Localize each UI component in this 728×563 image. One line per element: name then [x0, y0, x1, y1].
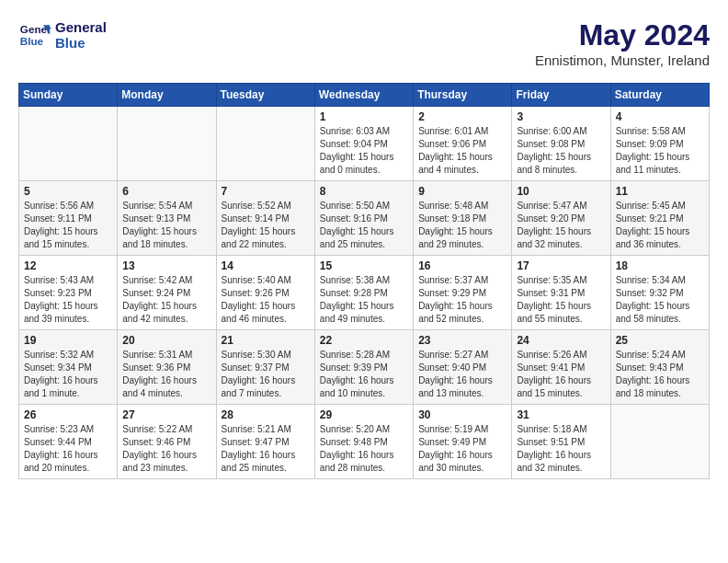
week-row-2: 5Sunrise: 5:56 AM Sunset: 9:11 PM Daylig…	[19, 181, 710, 256]
calendar-cell: 29Sunrise: 5:20 AM Sunset: 9:48 PM Dayli…	[314, 405, 413, 479]
calendar-cell: 15Sunrise: 5:38 AM Sunset: 9:28 PM Dayli…	[314, 256, 413, 330]
day-number: 16	[418, 259, 506, 272]
svg-text:Blue: Blue	[20, 35, 44, 47]
calendar-cell: 17Sunrise: 5:35 AM Sunset: 9:31 PM Dayli…	[512, 256, 610, 330]
day-number: 22	[320, 334, 408, 347]
calendar-cell	[19, 107, 118, 181]
day-info: Sunrise: 5:32 AM Sunset: 9:34 PM Dayligh…	[24, 349, 112, 400]
calendar-cell: 6Sunrise: 5:54 AM Sunset: 9:13 PM Daylig…	[118, 181, 216, 256]
week-row-3: 12Sunrise: 5:43 AM Sunset: 9:23 PM Dayli…	[19, 256, 710, 330]
calendar-cell: 27Sunrise: 5:22 AM Sunset: 9:46 PM Dayli…	[118, 405, 216, 479]
calendar-cell: 1Sunrise: 6:03 AM Sunset: 9:04 PM Daylig…	[314, 107, 413, 181]
calendar-cell: 31Sunrise: 5:18 AM Sunset: 9:51 PM Dayli…	[512, 405, 610, 479]
day-info: Sunrise: 5:22 AM Sunset: 9:46 PM Dayligh…	[122, 423, 210, 475]
location-subtitle: Ennistimon, Munster, Ireland	[535, 52, 710, 68]
day-info: Sunrise: 5:31 AM Sunset: 9:36 PM Dayligh…	[122, 349, 210, 400]
day-number: 15	[320, 259, 408, 272]
calendar-cell: 7Sunrise: 5:52 AM Sunset: 9:14 PM Daylig…	[216, 181, 314, 256]
calendar-cell: 30Sunrise: 5:19 AM Sunset: 9:49 PM Dayli…	[414, 405, 512, 479]
day-number: 7	[222, 185, 310, 198]
day-info: Sunrise: 5:18 AM Sunset: 9:51 PM Dayligh…	[517, 423, 605, 475]
day-number: 27	[122, 408, 210, 421]
day-number: 14	[222, 259, 310, 272]
title-block: May 2024 Ennistimon, Munster, Ireland	[535, 18, 710, 68]
day-number: 19	[24, 334, 112, 347]
day-info: Sunrise: 5:28 AM Sunset: 9:39 PM Dayligh…	[320, 349, 408, 400]
calendar-cell: 9Sunrise: 5:48 AM Sunset: 9:18 PM Daylig…	[414, 181, 512, 256]
day-info: Sunrise: 5:58 AM Sunset: 9:09 PM Dayligh…	[616, 125, 704, 177]
day-info: Sunrise: 6:01 AM Sunset: 9:06 PM Dayligh…	[418, 125, 506, 177]
day-number: 24	[517, 334, 605, 347]
calendar-cell	[610, 405, 709, 479]
calendar-cell: 18Sunrise: 5:34 AM Sunset: 9:32 PM Dayli…	[610, 256, 709, 330]
day-number: 5	[24, 185, 112, 198]
day-info: Sunrise: 5:27 AM Sunset: 9:40 PM Dayligh…	[418, 349, 506, 400]
calendar-cell: 12Sunrise: 5:43 AM Sunset: 9:23 PM Dayli…	[19, 256, 118, 330]
page-header: General Blue General Blue May 2024 Ennis…	[18, 18, 710, 68]
day-info: Sunrise: 5:37 AM Sunset: 9:29 PM Dayligh…	[418, 274, 506, 326]
day-number: 1	[320, 110, 408, 123]
day-number: 12	[24, 259, 112, 272]
day-number: 30	[418, 408, 506, 421]
day-number: 17	[517, 259, 605, 272]
logo-general: General	[55, 19, 107, 35]
logo-blue: Blue	[55, 35, 107, 51]
day-info: Sunrise: 5:50 AM Sunset: 9:16 PM Dayligh…	[320, 200, 408, 251]
calendar-cell: 26Sunrise: 5:23 AM Sunset: 9:44 PM Dayli…	[19, 405, 118, 479]
header-sunday: Sunday	[19, 84, 118, 107]
header-tuesday: Tuesday	[216, 84, 314, 107]
day-info: Sunrise: 5:19 AM Sunset: 9:49 PM Dayligh…	[418, 423, 506, 475]
day-info: Sunrise: 5:38 AM Sunset: 9:28 PM Dayligh…	[320, 274, 408, 326]
calendar-cell: 22Sunrise: 5:28 AM Sunset: 9:39 PM Dayli…	[314, 330, 413, 405]
day-number: 4	[616, 110, 704, 123]
day-info: Sunrise: 5:34 AM Sunset: 9:32 PM Dayligh…	[616, 274, 704, 326]
header-monday: Monday	[118, 84, 216, 107]
calendar-cell: 2Sunrise: 6:01 AM Sunset: 9:06 PM Daylig…	[414, 107, 512, 181]
calendar-cell: 20Sunrise: 5:31 AM Sunset: 9:36 PM Dayli…	[118, 330, 216, 405]
day-number: 6	[122, 185, 210, 198]
calendar-cell: 23Sunrise: 5:27 AM Sunset: 9:40 PM Dayli…	[414, 330, 512, 405]
day-info: Sunrise: 5:56 AM Sunset: 9:11 PM Dayligh…	[24, 200, 112, 251]
calendar-cell: 19Sunrise: 5:32 AM Sunset: 9:34 PM Dayli…	[19, 330, 118, 405]
day-number: 21	[222, 334, 310, 347]
calendar-cell: 21Sunrise: 5:30 AM Sunset: 9:37 PM Dayli…	[216, 330, 314, 405]
logo: General Blue General Blue	[18, 18, 107, 52]
day-info: Sunrise: 5:35 AM Sunset: 9:31 PM Dayligh…	[517, 274, 605, 326]
day-info: Sunrise: 5:20 AM Sunset: 9:48 PM Dayligh…	[320, 423, 408, 475]
day-info: Sunrise: 6:03 AM Sunset: 9:04 PM Dayligh…	[320, 125, 408, 177]
header-wednesday: Wednesday	[314, 84, 413, 107]
calendar-cell: 24Sunrise: 5:26 AM Sunset: 9:41 PM Dayli…	[512, 330, 610, 405]
calendar-cell: 13Sunrise: 5:42 AM Sunset: 9:24 PM Dayli…	[118, 256, 216, 330]
day-number: 11	[616, 185, 704, 198]
header-thursday: Thursday	[414, 84, 512, 107]
day-info: Sunrise: 5:47 AM Sunset: 9:20 PM Dayligh…	[517, 200, 605, 251]
week-row-1: 1Sunrise: 6:03 AM Sunset: 9:04 PM Daylig…	[19, 107, 710, 181]
day-info: Sunrise: 5:45 AM Sunset: 9:21 PM Dayligh…	[616, 200, 704, 251]
day-info: Sunrise: 5:30 AM Sunset: 9:37 PM Dayligh…	[222, 349, 310, 400]
day-info: Sunrise: 5:23 AM Sunset: 9:44 PM Dayligh…	[24, 423, 112, 475]
calendar-cell	[118, 107, 216, 181]
day-number: 25	[616, 334, 704, 347]
day-info: Sunrise: 5:26 AM Sunset: 9:41 PM Dayligh…	[517, 349, 605, 400]
day-info: Sunrise: 5:48 AM Sunset: 9:18 PM Dayligh…	[418, 200, 506, 251]
logo-icon: General Blue	[18, 18, 51, 52]
day-number: 3	[517, 110, 605, 123]
day-number: 20	[122, 334, 210, 347]
day-info: Sunrise: 5:52 AM Sunset: 9:14 PM Dayligh…	[222, 200, 310, 251]
header-friday: Friday	[512, 84, 610, 107]
calendar-table: SundayMondayTuesdayWednesdayThursdayFrid…	[18, 83, 710, 479]
day-number: 13	[122, 259, 210, 272]
calendar-body: 1Sunrise: 6:03 AM Sunset: 9:04 PM Daylig…	[19, 107, 710, 479]
calendar-cell: 14Sunrise: 5:40 AM Sunset: 9:26 PM Dayli…	[216, 256, 314, 330]
calendar-header-row: SundayMondayTuesdayWednesdayThursdayFrid…	[19, 84, 710, 107]
day-info: Sunrise: 5:42 AM Sunset: 9:24 PM Dayligh…	[122, 274, 210, 326]
day-number: 29	[320, 408, 408, 421]
day-number: 18	[616, 259, 704, 272]
calendar-cell: 10Sunrise: 5:47 AM Sunset: 9:20 PM Dayli…	[512, 181, 610, 256]
day-number: 26	[24, 408, 112, 421]
calendar-cell: 28Sunrise: 5:21 AM Sunset: 9:47 PM Dayli…	[216, 405, 314, 479]
calendar-cell: 8Sunrise: 5:50 AM Sunset: 9:16 PM Daylig…	[314, 181, 413, 256]
day-info: Sunrise: 5:24 AM Sunset: 9:43 PM Dayligh…	[616, 349, 704, 400]
week-row-5: 26Sunrise: 5:23 AM Sunset: 9:44 PM Dayli…	[19, 405, 710, 479]
calendar-cell: 3Sunrise: 6:00 AM Sunset: 9:08 PM Daylig…	[512, 107, 610, 181]
